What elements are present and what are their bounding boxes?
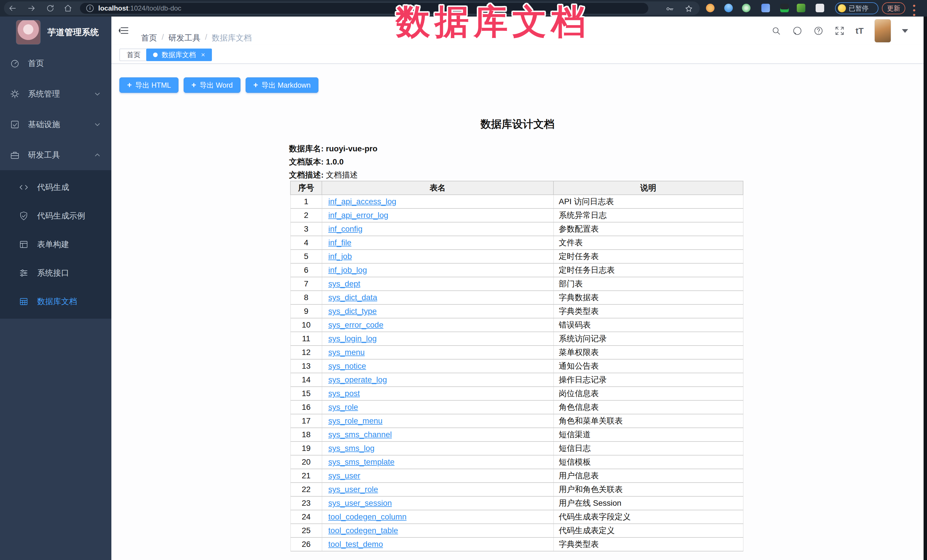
table-name-link[interactable]: inf_config [328,225,363,233]
export-word-button[interactable]: + 导出 Word [184,77,240,93]
breadcrumb-devtools[interactable]: 研发工具 [169,33,201,43]
tag-home[interactable]: 首页 [119,49,148,61]
table-name-link[interactable]: sys_sms_log [328,444,375,453]
table-name-link[interactable]: inf_job_log [328,266,367,275]
browser-home-button[interactable] [64,4,73,13]
table-name-link[interactable]: tool_codegen_table [328,526,398,535]
plus-icon: + [253,80,258,90]
sidebar-submenu-devtools: 代码生成 代码生成示例 表单构建 系统接口 数据库文档 [0,170,111,319]
app-logo-row[interactable]: 芋道管理系统 [0,17,111,48]
row-table-name: sys_role [322,401,553,414]
row-table-name: sys_dept [322,277,553,291]
export-markdown-button[interactable]: + 导出 Markdown [246,77,318,93]
fullscreen-icon[interactable] [834,26,845,36]
browser-reload-button[interactable] [46,4,55,13]
sliders-icon [19,268,29,278]
table-row: 1 inf_api_access_log API 访问日志表 [290,195,743,208]
table-name-link[interactable]: tool_codegen_column [328,512,407,521]
sidebar-item-system[interactable]: 系统管理 [0,79,111,109]
browser-menu-icon[interactable]: ••• [913,3,916,14]
extension-paused-badge[interactable]: 已暂停 [835,2,878,14]
user-avatar[interactable] [874,19,891,42]
table-name-link[interactable]: sys_dept [328,279,360,288]
row-index: 6 [290,263,322,277]
table-name-link[interactable]: sys_user_role [328,485,378,494]
tags-view-bar: 首页 数据库文档 × [111,45,924,64]
extension-icon-1[interactable] [706,4,714,12]
table-name-link[interactable]: sys_operate_log [328,375,387,384]
table-name-link[interactable]: tool_test_demo [328,540,383,549]
table-name-link[interactable]: inf_api_access_log [328,197,397,206]
table-name-link[interactable]: sys_dict_type [328,307,377,316]
search-icon[interactable] [771,26,781,36]
row-table-name: inf_job_log [322,263,553,277]
browser-forward-button[interactable] [27,4,36,13]
browser-back-button[interactable] [8,4,17,13]
table-name-link[interactable]: sys_user_session [328,499,392,507]
row-description: 定时任务表 [553,250,743,263]
row-description: 操作日志记录 [553,373,743,387]
page-scrollbar[interactable] [924,17,927,560]
table-name-link[interactable]: inf_job [328,252,352,261]
breadcrumb-home[interactable]: 首页 [141,33,157,43]
row-description: 文件表 [553,236,743,250]
tag-close-icon[interactable]: × [201,51,205,59]
row-index: 4 [290,236,322,250]
sidebar-item-codegen[interactable]: 代码生成 [0,173,111,202]
row-table-name: sys_login_log [322,332,553,346]
row-index: 25 [290,524,322,537]
row-index: 22 [290,483,322,496]
sidebar-item-system-api[interactable]: 系统接口 [0,259,111,287]
avatar-caret-icon[interactable] [902,29,908,33]
browser-update-button[interactable]: 更新 [882,2,905,14]
sidebar-item-home[interactable]: 首页 [0,48,111,79]
url-path: :1024/tool/db-doc [128,4,181,12]
extension-icon-5[interactable] [780,4,789,12]
font-size-icon[interactable]: tT [856,26,863,36]
tag-db-doc[interactable]: 数据库文档 × [146,49,212,61]
table-name-link[interactable]: sys_role_menu [328,416,383,425]
row-index: 12 [290,346,322,359]
row-description: 短信模板 [553,455,743,469]
sidebar-collapse-icon[interactable] [119,25,130,36]
table-header-row: 序号 表名 说明 [290,181,743,195]
table-row: 3 inf_config 参数配置表 [290,222,743,236]
row-table-name: sys_post [322,387,553,401]
extension-icon-2[interactable] [724,4,733,12]
table-name-link[interactable]: inf_file [328,238,351,247]
table-name-link[interactable]: inf_api_error_log [328,211,388,220]
row-table-name: sys_notice [322,359,553,373]
sidebar-item-codegen-example[interactable]: 代码生成示例 [0,202,111,230]
sidebar-item-label: 表单构建 [37,239,69,250]
table-name-link[interactable]: sys_error_code [328,320,383,329]
extension-icon-4[interactable] [761,4,770,12]
table-name-link[interactable]: sys_user [328,471,360,480]
tag-label: 首页 [127,50,140,59]
sidebar-item-form-builder[interactable]: 表单构建 [0,230,111,259]
extension-icon-3[interactable] [742,4,751,12]
sidebar-item-infra[interactable]: 基础设施 [0,109,111,140]
password-key-icon[interactable] [666,5,674,13]
extension-puzzle-icon[interactable] [816,4,824,12]
extension-icon-6[interactable] [797,4,805,12]
table-name-link[interactable]: sys_post [328,389,360,398]
table-name-link[interactable]: sys_notice [328,361,366,370]
sidebar-item-db-doc[interactable]: 数据库文档 [0,287,111,316]
github-icon[interactable] [792,26,802,36]
help-icon[interactable] [813,26,824,36]
bookmark-star-icon[interactable] [685,5,693,13]
row-table-name: sys_user [322,469,553,483]
row-description: 定时任务日志表 [553,263,743,277]
chevron-down-icon [94,90,101,98]
column-header-table-name: 表名 [322,181,553,195]
table-name-link[interactable]: sys_sms_channel [328,430,392,439]
export-html-button[interactable]: + 导出 HTML [119,77,178,93]
table-name-link[interactable]: sys_sms_template [328,457,395,466]
site-info-icon[interactable]: i [86,5,94,12]
table-name-link[interactable]: sys_role [328,403,358,411]
table-name-link[interactable]: sys_dict_data [328,293,377,302]
table-name-link[interactable]: sys_menu [328,348,365,357]
row-table-name: sys_sms_template [322,455,553,469]
table-name-link[interactable]: sys_login_log [328,334,377,343]
sidebar-item-devtools[interactable]: 研发工具 [0,140,111,170]
